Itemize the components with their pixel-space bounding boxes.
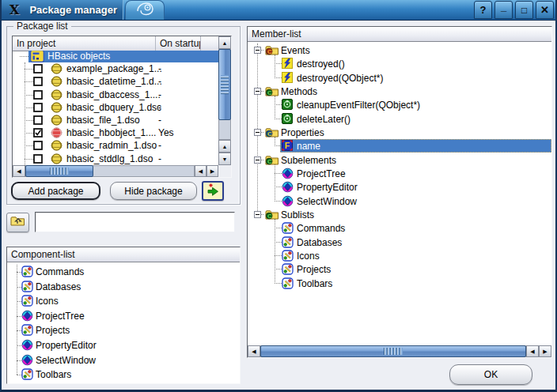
component-item[interactable]: Projects bbox=[7, 323, 240, 338]
member-group-label: Subelements bbox=[281, 154, 336, 167]
widget-icon bbox=[21, 295, 33, 309]
component-item[interactable]: PropertyEditor bbox=[7, 338, 240, 353]
package-row[interactable]: hbasic_radmin_1.dso- bbox=[13, 139, 218, 152]
component-item[interactable]: SelectWindow bbox=[7, 353, 240, 368]
add-package-button[interactable]: Add package bbox=[11, 182, 100, 200]
component-item-label: Projects bbox=[36, 324, 70, 337]
member-item[interactable]: Databases bbox=[248, 236, 551, 249]
component-item[interactable]: Toolbars bbox=[7, 368, 240, 383]
member-group-row[interactable]: CSublists bbox=[248, 208, 551, 221]
package-checkbox[interactable] bbox=[33, 128, 43, 138]
member-item[interactable]: cleanupEventFilter(QObject*) bbox=[248, 98, 551, 111]
widget-icon bbox=[282, 236, 294, 251]
member-item[interactable]: Toolbars bbox=[248, 277, 551, 290]
package-checkbox[interactable] bbox=[33, 141, 43, 150]
titlebar[interactable]: X Package manager ?_□✕ bbox=[2, 0, 555, 21]
component-list-header[interactable]: Component-list bbox=[7, 247, 240, 262]
member-item[interactable]: Fname bbox=[248, 139, 551, 153]
package-checkbox[interactable] bbox=[33, 90, 43, 100]
component-item[interactable]: Commands bbox=[7, 265, 240, 280]
component-rows: CommandsDatabasesIconsProjectTreeProject… bbox=[7, 262, 240, 383]
member-group-row[interactable]: CEvents bbox=[248, 43, 551, 57]
scroll-left-button-2[interactable]: ◀ bbox=[526, 345, 539, 357]
package-checkbox[interactable] bbox=[33, 77, 43, 86]
member-item-label: Icons bbox=[297, 250, 320, 262]
package-row[interactable]: hbasic_file_1.dso- bbox=[13, 114, 218, 126]
package-row[interactable]: hbasic_hbobject_1....Yes bbox=[13, 126, 218, 139]
member-item-label: Databases bbox=[297, 236, 342, 249]
scroll-left-button-2[interactable]: ◀ bbox=[195, 165, 207, 177]
sphere-icon bbox=[21, 310, 33, 324]
scroll-right-button[interactable]: ▶ bbox=[207, 165, 218, 177]
package-list-header: In project On startup bbox=[13, 36, 218, 51]
tree-stub bbox=[25, 145, 33, 146]
package-list-group-title: Package list bbox=[13, 21, 71, 32]
package-rows: HBasic objectsexample_package_1...-hbasi… bbox=[13, 51, 218, 165]
collapse-toggle[interactable] bbox=[254, 156, 261, 164]
column-header-filler bbox=[201, 36, 218, 51]
scroll-thumb[interactable] bbox=[260, 345, 526, 357]
open-folder-button[interactable] bbox=[6, 213, 29, 232]
help-button[interactable]: ? bbox=[474, 1, 492, 19]
path-input[interactable] bbox=[35, 212, 235, 232]
ok-button[interactable]: OK bbox=[449, 364, 532, 385]
package-row-label: hbasic_dbquery_1.dsc bbox=[66, 102, 161, 114]
scroll-thumb[interactable] bbox=[218, 49, 231, 120]
package-checkbox[interactable] bbox=[33, 64, 43, 74]
scroll-right-button[interactable]: ▶ bbox=[539, 345, 551, 357]
folder-icon: C bbox=[265, 126, 279, 141]
package-row[interactable]: HBasic objects bbox=[13, 51, 218, 62]
ok-label: OK bbox=[484, 369, 498, 380]
package-row[interactable]: example_package_1...- bbox=[13, 62, 218, 75]
component-item[interactable]: Icons bbox=[7, 294, 240, 309]
scroll-left-button[interactable]: ◀ bbox=[248, 345, 260, 357]
hide-package-button[interactable]: Hide package bbox=[110, 182, 197, 200]
member-item[interactable]: PropertyEditor bbox=[248, 180, 551, 194]
member-item[interactable]: destroyed(QObject*) bbox=[248, 71, 551, 85]
tree-stub bbox=[275, 104, 282, 105]
column-header-in-project[interactable]: In project bbox=[13, 36, 156, 51]
member-item[interactable]: Commands bbox=[248, 221, 551, 235]
package-checkbox[interactable] bbox=[33, 103, 43, 112]
move-to-component-button[interactable] bbox=[202, 181, 224, 201]
component-item-label: Icons bbox=[36, 295, 59, 307]
tree-stub bbox=[25, 81, 33, 82]
member-group-row[interactable]: CSubelements bbox=[248, 153, 551, 167]
scroll-up-button-2[interactable]: ▲ bbox=[218, 140, 231, 153]
scroll-thumb[interactable] bbox=[25, 165, 93, 177]
scroll-left-button[interactable]: ◀ bbox=[13, 165, 25, 177]
method-icon bbox=[282, 113, 293, 126]
package-row[interactable]: hbasic_dbaccess_1....- bbox=[13, 89, 218, 101]
method-icon bbox=[282, 99, 293, 112]
component-item-label: Databases bbox=[36, 281, 81, 293]
scroll-down-button[interactable]: ▼ bbox=[218, 153, 231, 165]
member-item[interactable]: deleteLater() bbox=[248, 112, 551, 126]
collapse-toggle[interactable] bbox=[254, 47, 261, 54]
member-item[interactable]: Projects bbox=[248, 262, 551, 276]
component-item[interactable]: ProjectTree bbox=[7, 309, 240, 324]
member-item[interactable]: SelectWindow bbox=[248, 194, 551, 208]
member-item-label: destroyed() bbox=[297, 58, 345, 70]
collapse-toggle[interactable] bbox=[254, 88, 261, 95]
collapse-toggle[interactable] bbox=[254, 211, 261, 218]
member-item[interactable]: Icons bbox=[248, 249, 551, 262]
member-item[interactable]: ProjectTree bbox=[248, 167, 551, 180]
app-menu-button[interactable] bbox=[125, 0, 165, 20]
scroll-up-button[interactable]: ▲ bbox=[218, 36, 231, 49]
maximize-button[interactable]: □ bbox=[515, 1, 533, 19]
member-list-header[interactable]: Member-list bbox=[248, 27, 551, 42]
member-group-row[interactable]: CMethods bbox=[248, 85, 551, 98]
column-header-on-startup[interactable]: On startup bbox=[156, 36, 201, 51]
member-group-row[interactable]: CProperties bbox=[248, 126, 551, 139]
package-row[interactable]: hbasic_datetime_1.d...- bbox=[13, 75, 218, 88]
component-item[interactable]: Databases bbox=[7, 280, 240, 295]
package-row[interactable]: hbasic_stddlg_1.dso- bbox=[13, 153, 218, 165]
widget-icon bbox=[282, 250, 294, 264]
package-checkbox[interactable] bbox=[33, 154, 43, 164]
member-item[interactable]: destroyed() bbox=[248, 57, 551, 70]
close-button[interactable]: ✕ bbox=[536, 1, 554, 19]
package-checkbox[interactable] bbox=[33, 115, 43, 125]
collapse-toggle[interactable] bbox=[254, 129, 261, 136]
package-row[interactable]: hbasic_dbquery_1.dsc- bbox=[13, 101, 218, 114]
minimize-button[interactable]: _ bbox=[494, 1, 513, 19]
